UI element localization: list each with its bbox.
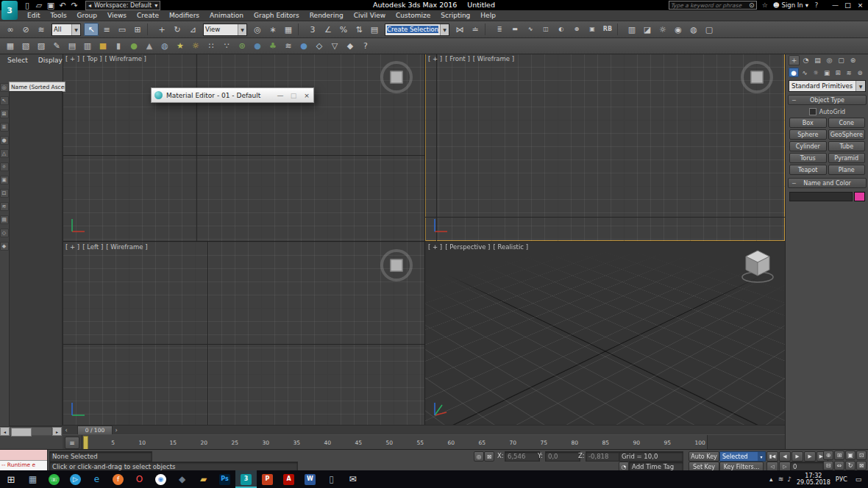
explorer-xrefs-icon[interactable]: ◇	[0, 229, 9, 237]
viewport-menu-general[interactable]: [ + ]	[65, 55, 79, 62]
explorer-menu-display[interactable]: Display	[34, 56, 67, 65]
named-selection-sets-dropdown[interactable]: Create Selection Se ▼	[385, 24, 449, 36]
utilities-tab[interactable]: ⊛	[847, 55, 858, 65]
render-production-icon[interactable]: RB	[600, 23, 615, 36]
zoom-extents-icon[interactable]: ▣	[845, 451, 855, 460]
start-button[interactable]: ⊞	[0, 470, 22, 488]
menu-customize[interactable]: Customize	[391, 10, 435, 21]
3ds-max-icon[interactable]: 3	[235, 470, 257, 488]
explorer-helpers-icon[interactable]: ⊡	[0, 189, 9, 198]
cone-button[interactable]: Cone	[828, 118, 866, 128]
explorer-name-column-header[interactable]: Name (Sorted Ascend...	[9, 82, 65, 92]
maxscript-mini-listener[interactable]: -- Runtime e	[0, 450, 48, 471]
helpers-category[interactable]: ⊞	[833, 68, 843, 77]
redo-icon[interactable]: ↷	[69, 1, 79, 10]
menu-rendering[interactable]: Rendering	[305, 10, 349, 21]
shapes-category[interactable]: ∿	[800, 68, 810, 77]
snowflake-icon[interactable]: ◇	[312, 40, 327, 53]
systems-category[interactable]: ⊚	[855, 68, 865, 77]
viewport-menu-shading[interactable]: [ Realistic ]	[493, 243, 528, 251]
viewcube[interactable]	[380, 61, 413, 93]
tube-button[interactable]: Tube	[828, 141, 866, 151]
pan-icon[interactable]: ⇔	[834, 461, 844, 470]
close-button[interactable]: ×	[300, 90, 313, 101]
previous-frame-button[interactable]: ◀	[779, 451, 791, 462]
help-search[interactable]: ⊙	[669, 1, 757, 10]
go-to-start-button[interactable]: ▮◀	[766, 451, 778, 462]
primitive-category-dropdown[interactable]: Standard Primitives ▼	[789, 80, 866, 92]
gear-system-icon[interactable]: ⊛	[235, 40, 249, 53]
object-color-swatch[interactable]	[854, 192, 865, 201]
selection-lock-toggle[interactable]: ⊠	[484, 451, 494, 462]
viewport-menu-shading[interactable]: [ Wireframe ]	[105, 55, 146, 62]
firefox-icon[interactable]: f	[107, 470, 129, 488]
menu-civil-view[interactable]: Civil View	[349, 10, 391, 21]
load-container-icon[interactable]: ▥	[80, 40, 95, 53]
undo-icon[interactable]: ↶	[57, 1, 68, 10]
water-drop-icon[interactable]: ●	[250, 40, 265, 53]
composite-editor-icon[interactable]: ◪	[640, 23, 655, 36]
time-slider[interactable]: ‹ 0 / 100 ›	[63, 425, 785, 435]
align-icon[interactable]: ≐	[468, 23, 483, 36]
sphere-button[interactable]: Sphere	[789, 129, 827, 140]
torus-button[interactable]: Torus	[789, 153, 827, 163]
viewport-left[interactable]: [ + ] [ Left ] [ Wireframe ]	[63, 242, 424, 425]
viewport-front[interactable]: [ + ] [ Front ] [ Wireframe ]	[425, 54, 785, 241]
menu-graph-editors[interactable]: Graph Editors	[249, 10, 305, 21]
current-frame-marker[interactable]	[83, 436, 88, 451]
tray-expand-icon[interactable]: ▴	[769, 476, 773, 483]
sign-in-button[interactable]: ☻ Sign In ▾	[773, 1, 808, 9]
phone-icon[interactable]: ▯	[321, 470, 342, 488]
mirror-icon[interactable]: ⋈	[452, 23, 467, 36]
use-pivot-center-icon[interactable]: ◎	[250, 23, 265, 36]
viewport-menu-general[interactable]: [ + ]	[428, 243, 442, 251]
menu-help[interactable]: Help	[475, 10, 501, 21]
scene-states-icon[interactable]: ▥	[625, 23, 639, 36]
cylinder-button[interactable]: Cylinder	[789, 141, 827, 151]
spinner-snap-icon[interactable]: ⇅	[352, 23, 366, 36]
earth-sphere-icon[interactable]: ●	[296, 40, 311, 53]
explorer-cameras-icon[interactable]: ▣	[0, 176, 9, 184]
explorer-lock-icon[interactable]: ⊠	[0, 110, 9, 118]
window-crossing-icon[interactable]: ⊞	[130, 23, 145, 36]
help-icon[interactable]: ?	[812, 1, 821, 9]
schematic-view-icon[interactable]: ◫	[538, 23, 553, 36]
explorer-spacewarps-icon[interactable]: ≋	[0, 202, 9, 211]
notification-center-icon[interactable]: ▭	[853, 476, 864, 483]
zoom-region-icon[interactable]: ⊟	[823, 461, 833, 470]
help-mode-icon[interactable]: ?	[358, 40, 373, 53]
file-explorer-icon[interactable]: ▰	[193, 470, 214, 488]
explorer-shapes-icon[interactable]: △	[0, 149, 9, 158]
select-by-name-icon[interactable]: ≡	[99, 23, 114, 36]
rectangular-selection-icon[interactable]: ▭	[115, 23, 129, 36]
play-animation-button[interactable]: ▶	[791, 451, 803, 462]
x-coordinate-field[interactable]: 6,546	[505, 451, 540, 462]
menu-animation[interactable]: Animation	[204, 10, 249, 21]
autogrid-checkbox[interactable]	[809, 108, 817, 115]
foliage-icon[interactable]: ♣	[266, 40, 280, 53]
workspace-dropdown[interactable]: ◂ Workspace: Default ▾	[85, 1, 160, 10]
container-icon[interactable]: ▦	[3, 40, 18, 53]
spray-particles-icon[interactable]: ∵	[219, 40, 234, 53]
box-button[interactable]: Box	[789, 118, 827, 128]
zoom-all-icon[interactable]: ⊞	[834, 451, 844, 460]
track-bar[interactable]: ≡ 05101520253035404550556065707580859095…	[63, 434, 785, 450]
render-setup-icon[interactable]: ⊛	[569, 23, 584, 36]
viewport-menu-pov[interactable]: [ Top ]	[82, 55, 102, 62]
open-file-icon[interactable]: ▱	[34, 1, 44, 10]
new-scene-icon[interactable]: ▯	[22, 1, 32, 10]
box-primitive-icon[interactable]: ■	[96, 40, 110, 53]
explorer-objects-icon[interactable]: ●	[0, 136, 9, 145]
exchange-star-icon[interactable]: ☆	[761, 1, 769, 9]
spacewarps-category[interactable]: ≋	[844, 68, 854, 77]
menu-edit[interactable]: Edit	[22, 10, 45, 21]
material-editor-window[interactable]: Material Editor - 01 - Default — □ ×	[151, 87, 314, 103]
edit-named-selections-icon[interactable]: ▤	[367, 23, 382, 36]
iray-render-icon[interactable]: ◉	[671, 23, 686, 36]
geometry-category[interactable]: ●	[789, 68, 799, 77]
zoom-icon[interactable]: ⊕	[823, 451, 833, 460]
explorer-find-icon[interactable]: ◎	[0, 83, 9, 92]
z-coordinate-field[interactable]: -0,818	[586, 451, 621, 462]
lighting-analysis-icon[interactable]: ☼	[655, 23, 670, 36]
explorer-menu-select[interactable]: Select	[3, 56, 32, 65]
